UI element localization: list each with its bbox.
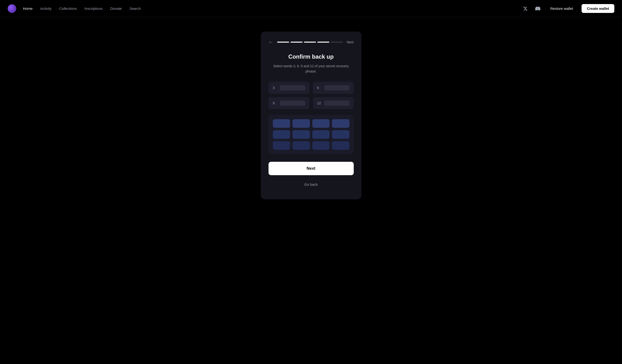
app-logo[interactable]	[8, 4, 16, 13]
progress-bar	[277, 42, 343, 43]
nav-activity[interactable]: Activity	[40, 6, 52, 11]
nav-search[interactable]: Search	[130, 6, 141, 11]
restore-wallet-button[interactable]: Restore wallet	[546, 4, 577, 12]
word-option-11[interactable]	[312, 141, 330, 150]
word-option-7[interactable]	[312, 130, 330, 139]
back-arrow-icon[interactable]: ←	[269, 39, 273, 45]
next-button[interactable]: Next	[269, 162, 354, 175]
slot-number-6: 6	[317, 86, 321, 90]
word-option-3[interactable]	[312, 119, 330, 128]
word-slot-6: 6	[313, 82, 354, 94]
progress-segment-4	[317, 42, 329, 43]
create-wallet-button[interactable]: Create wallet	[582, 4, 614, 13]
word-option-8[interactable]	[332, 130, 350, 139]
slot-number-3: 3	[273, 86, 277, 90]
slot-value-12	[324, 100, 350, 106]
word-slot-12: 12	[313, 97, 354, 109]
main-content: ← Next Confirm back up Select words 3, 6…	[0, 17, 622, 364]
word-option-12[interactable]	[332, 141, 350, 150]
slot-value-3	[280, 85, 305, 91]
confirm-backup-modal: ← Next Confirm back up Select words 3, 6…	[261, 32, 361, 199]
word-option-10[interactable]	[292, 141, 310, 150]
slot-value-9	[280, 100, 305, 106]
word-option-9[interactable]	[273, 141, 290, 150]
progress-segment-1	[277, 42, 289, 43]
nav-right: Restore wallet Create wallet	[522, 4, 614, 13]
modal-title: Confirm back up	[269, 53, 354, 60]
word-option-2[interactable]	[292, 119, 310, 128]
progress-segment-5	[331, 42, 343, 43]
slot-number-9: 9	[273, 101, 277, 105]
word-slot-3: 3	[269, 82, 310, 94]
twitter-icon[interactable]	[522, 5, 529, 12]
word-option-1[interactable]	[273, 119, 290, 128]
nav-links: Home Activity Collections Inscriptions D…	[23, 6, 522, 11]
word-option-5[interactable]	[273, 130, 290, 139]
word-options-grid	[269, 115, 354, 154]
go-back-button[interactable]: Go back	[269, 179, 354, 190]
word-option-6[interactable]	[292, 130, 310, 139]
discord-icon[interactable]	[534, 5, 542, 12]
progress-header: ← Next	[269, 39, 354, 45]
word-slots: 3 6 9 12	[269, 82, 354, 109]
nav-inscriptions[interactable]: Inscriptions	[84, 6, 103, 11]
navbar: Home Activity Collections Inscriptions D…	[0, 0, 622, 17]
modal-subtitle: Select words 3, 6, 9 and 12 of your secr…	[269, 63, 354, 74]
word-option-4[interactable]	[332, 119, 350, 128]
progress-segment-2	[291, 42, 303, 43]
nav-collections[interactable]: Collections	[59, 6, 77, 11]
slot-value-6	[324, 85, 350, 91]
progress-segment-3	[304, 42, 316, 43]
progress-next-label[interactable]: Next	[347, 40, 354, 44]
nav-home[interactable]: Home	[23, 6, 33, 11]
slot-number-12: 12	[317, 101, 321, 105]
nav-donate[interactable]: Donate	[110, 6, 122, 11]
word-slot-9: 9	[269, 97, 310, 109]
